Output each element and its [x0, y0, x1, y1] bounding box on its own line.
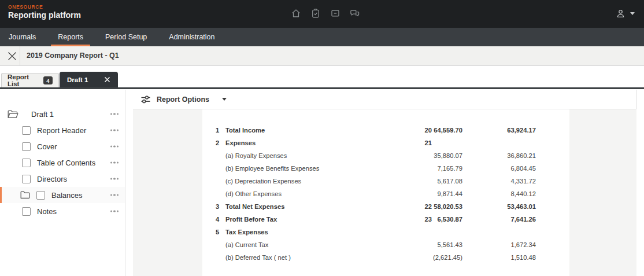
statement-row: (a) Royalty Expenses 35,880.07 36,860.21 — [216, 149, 536, 162]
row-label: Profit Before Tax — [225, 216, 414, 223]
item-checkbox[interactable] — [22, 159, 31, 167]
statement-row: (b) Employee Benefits Expenses 7,165.79 … — [216, 162, 536, 175]
sidebar-item-balances[interactable]: Balances — [0, 187, 125, 203]
row-label: Tax Expenses — [225, 229, 414, 235]
sidebar-item-directors[interactable]: Directors — [0, 171, 125, 187]
app-header: ONESOURCE Reporting platform — [0, 0, 644, 28]
row-label: (b) Employee Benefits Expenses — [225, 165, 414, 172]
item-options-icon[interactable] — [110, 113, 119, 115]
row-label: Total Net Expenses — [225, 203, 414, 210]
app-title: Reporting platform — [8, 10, 81, 20]
row-previous-value: 1,510.48 — [462, 254, 536, 261]
nav-item-label: Reports — [58, 33, 83, 41]
row-previous-value: 4,331.72 — [462, 178, 536, 185]
nav-item-label: Journals — [9, 33, 36, 41]
row-code: 21 — [414, 139, 432, 146]
close-tab-icon[interactable] — [104, 76, 110, 83]
header-icon-group — [291, 8, 360, 19]
statement-row: (b) Deferred Tax ( net ) (2,621.45) 1,51… — [216, 251, 536, 264]
row-number: 4 — [216, 216, 225, 223]
row-label: (a) Royalty Expenses — [225, 152, 414, 159]
sidebar-item-label: Notes — [37, 207, 57, 216]
statement-row: 2 Expenses 21 — [216, 137, 536, 149]
nav-item-journals[interactable]: Journals — [2, 28, 43, 46]
row-code: 22 — [414, 203, 432, 210]
statement-row: (d) Other Expenses 9,871.44 8,440.12 — [216, 187, 536, 200]
row-current-value: 58,020.53 — [432, 203, 462, 210]
item-checkbox[interactable] — [36, 191, 45, 200]
statement-row: 3 Total Net Expenses 22 58,020.53 53,463… — [216, 200, 536, 213]
item-checkbox[interactable] — [22, 142, 31, 151]
archive-icon[interactable] — [330, 8, 340, 19]
sidebar-item-draft-1[interactable]: Draft 1 — [0, 106, 125, 122]
chat-icon[interactable] — [350, 8, 360, 19]
tab-count-badge: 4 — [43, 76, 53, 84]
statement-row: 5 Tax Expenses — [216, 226, 536, 238]
row-current-value: (2,621.45) — [432, 254, 462, 261]
row-current-value: 64,559.70 — [432, 127, 462, 134]
row-previous-value: 1,672.34 — [462, 241, 536, 248]
sidebar-item-cover[interactable]: Cover — [0, 138, 125, 154]
tab-strip: Report List 4 Draft 1 — [0, 66, 644, 89]
report-title-bar: 2019 Company Report - Q1 — [0, 46, 644, 66]
close-report-icon[interactable] — [7, 51, 17, 61]
scrollbar-track[interactable] — [636, 90, 644, 276]
sidebar-item-label: Table of Contents — [37, 159, 95, 167]
user-menu[interactable] — [615, 8, 635, 19]
statement-row: (c) Depreciation Expenses 5,617.08 4,331… — [216, 175, 536, 187]
row-previous-value: 6,804.45 — [462, 165, 536, 172]
item-checkbox[interactable] — [22, 126, 31, 135]
folder-open-icon — [8, 110, 18, 119]
statement-row: (a) Current Tax 5,561.43 1,672.34 — [216, 238, 536, 251]
row-code: 23 — [414, 216, 432, 223]
sidebar-item-label: Cover — [37, 142, 57, 151]
row-current-value: 9,871.44 — [432, 190, 462, 197]
tab-report-list[interactable]: Report List 4 — [1, 73, 59, 87]
statement-row: 1 Total Income 20 64,559.70 63,924.17 — [216, 124, 536, 137]
item-options-icon[interactable] — [110, 145, 119, 147]
nav-item-reports[interactable]: Reports — [51, 28, 90, 46]
selected-indicator — [0, 187, 2, 203]
item-options-icon[interactable] — [110, 210, 119, 212]
item-options-icon[interactable] — [110, 178, 119, 179]
tab-label: Report List — [8, 73, 38, 87]
tune-sliders-icon — [140, 94, 151, 105]
income-statement-table: 1 Total Income 20 64,559.70 63,924.17 2 … — [202, 109, 569, 264]
row-current-value: 6,530.87 — [432, 216, 462, 223]
row-previous-value: 8,440.12 — [462, 190, 536, 197]
row-previous-value: 36,860.21 — [462, 152, 536, 159]
nav-item-administration[interactable]: Administration — [162, 28, 221, 46]
item-options-icon[interactable] — [110, 161, 119, 163]
item-options-icon[interactable] — [110, 194, 119, 196]
tasks-clipboard-icon[interactable] — [310, 8, 321, 19]
row-current-value: 7,165.79 — [432, 165, 462, 172]
nav-item-label: Administration — [169, 33, 214, 41]
item-checkbox[interactable] — [22, 175, 31, 183]
sidebar-item-label: Draft 1 — [31, 110, 54, 119]
statement-row: 4 Profit Before Tax 23 6,530.87 7,641.26 — [216, 213, 536, 226]
report-structure-sidebar: Draft 1 Report Header Cover Table of Con… — [0, 90, 125, 276]
row-number: 3 — [216, 203, 225, 210]
sidebar-item-notes[interactable]: Notes — [0, 203, 125, 219]
brand-logo: ONESOURCE Reporting platform — [8, 4, 81, 20]
row-number: 2 — [216, 139, 225, 146]
folder-closed-icon — [20, 191, 30, 199]
row-previous-value: 7,641.26 — [462, 216, 536, 223]
tab-draft-1[interactable]: Draft 1 — [60, 72, 118, 87]
home-icon[interactable] — [291, 8, 301, 19]
chevron-down-icon — [630, 12, 635, 15]
row-number: 1 — [216, 127, 225, 134]
row-previous-value: 53,463.01 — [462, 203, 536, 210]
row-label: (b) Deferred Tax ( net ) — [225, 254, 414, 261]
user-icon — [615, 8, 626, 19]
report-page: 1 Total Income 20 64,559.70 63,924.17 2 … — [202, 109, 569, 276]
report-options-bar[interactable]: Report Options — [133, 90, 636, 109]
row-label: (a) Current Tax — [225, 241, 414, 248]
sidebar-item-table-of-contents[interactable]: Table of Contents — [0, 154, 125, 171]
item-options-icon[interactable] — [110, 129, 119, 131]
nav-item-period-setup[interactable]: Period Setup — [98, 28, 154, 46]
item-checkbox[interactable] — [22, 207, 31, 216]
sidebar-item-report-header[interactable]: Report Header — [0, 122, 125, 138]
row-previous-value: 63,924.17 — [462, 127, 536, 134]
sidebar-item-label: Report Header — [37, 126, 86, 135]
